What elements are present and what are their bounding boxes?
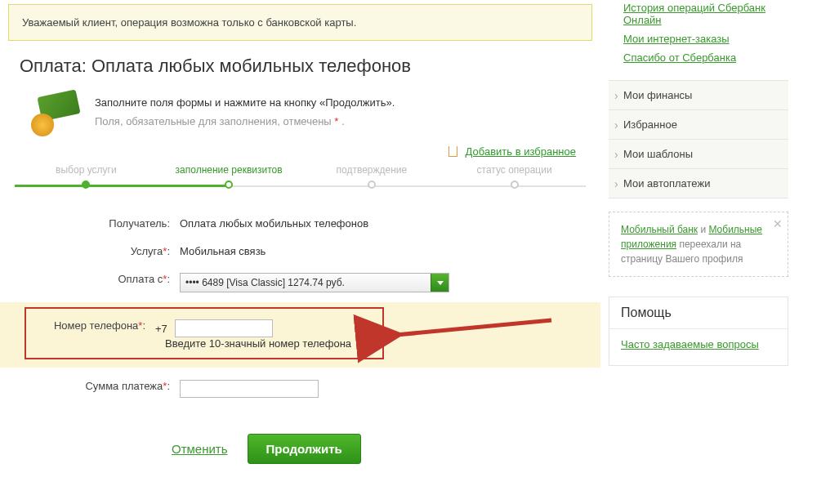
amount-input[interactable] (180, 380, 319, 398)
svg-line-0 (396, 320, 551, 335)
bookmark-icon (449, 146, 457, 157)
value-recipient: Оплата любых мобильных телефонов (180, 215, 592, 230)
phone-highlight-band: Номер телефона*: +7 Введите 10-значный н… (0, 302, 600, 368)
add-to-favorites-link[interactable]: Добавить в избранное (466, 145, 576, 158)
phone-prefix: +7 (155, 323, 167, 335)
cancel-button[interactable]: Отменить (172, 442, 228, 456)
alert-card-only: Уважаемый клиент, операция возможна толь… (8, 4, 592, 41)
label-phone: Номер телефона*: (34, 317, 155, 332)
sidebar-item-favorites[interactable]: Избранное (609, 110, 788, 140)
row-amount: Сумма платежа*: (25, 371, 592, 404)
continue-button[interactable]: Продолжить (248, 434, 361, 464)
payment-icon (31, 91, 80, 136)
sidebar-link-spasibo[interactable]: Спасибо от Сбербанка (623, 51, 788, 64)
value-service: Мобильная связь (180, 243, 592, 257)
step-select-service: выбор услуги (15, 164, 158, 189)
phone-hint: Введите 10-значный номер телефона (165, 337, 371, 350)
form-actions: Отменить Продолжить (172, 434, 592, 464)
step-confirm: подтверждение (301, 164, 444, 189)
instructions: Заполните поля формы и нажмите на кнопку… (31, 91, 592, 136)
help-widget: Помощь Часто задаваемые вопросы (609, 297, 788, 366)
label-amount: Сумма платежа*: (25, 377, 180, 392)
sidebar-item-autopay[interactable]: Мои автоплатежи (609, 169, 788, 198)
sidebar-notice: ✕ Мобильный банк и Мобильные приложения … (609, 212, 788, 277)
alert-text: Уважаемый клиент, операция возможна толь… (22, 16, 356, 29)
progress-steps: выбор услуги заполнение реквизитов подтв… (15, 164, 586, 189)
row-service: Услуга*: Мобильная связь (25, 236, 592, 264)
help-faq-link[interactable]: Часто задаваемые вопросы (621, 337, 776, 352)
sidebar-link-history[interactable]: История операций Сбербанк Онлайн (623, 2, 788, 26)
notice-link-mobile-bank[interactable]: Мобильный банк (621, 224, 698, 235)
phone-input[interactable] (175, 319, 273, 337)
sidebar-link-orders[interactable]: Мои интернет-заказы (623, 33, 788, 45)
instruction-line2: Поля, обязательные для заполнения, отмеч… (95, 112, 395, 131)
chevron-down-icon (431, 274, 449, 292)
pay-from-value: •••• 6489 [Visa Classic] 1274.74 руб. (185, 277, 345, 288)
close-icon[interactable]: ✕ (773, 216, 783, 233)
sidebar-item-templates[interactable]: Мои шаблоны (609, 140, 788, 169)
favorites-row: Добавить в избранное (8, 145, 576, 158)
sidebar-menu: Мои финансы Избранное Мои шаблоны Мои ав… (609, 80, 788, 198)
help-title: Помощь (609, 297, 788, 329)
phone-red-frame: Номер телефона*: +7 Введите 10-значный н… (25, 307, 384, 359)
instruction-line1: Заполните поля формы и нажмите на кнопку… (95, 93, 395, 112)
pay-from-select[interactable]: •••• 6489 [Visa Classic] 1274.74 руб. (180, 273, 449, 292)
page-title: Оплата: Оплата любых мобильных телефонов (20, 56, 592, 77)
sidebar-item-finances[interactable]: Мои финансы (609, 81, 788, 110)
sidebar-links: История операций Сбербанк Онлайн Мои инт… (609, 0, 788, 80)
step-fill-details: заполнение реквизитов (158, 164, 301, 189)
arrow-annotation (388, 320, 551, 347)
row-pay-from: Оплата с*: •••• 6489 [Visa Classic] 1274… (25, 264, 592, 299)
step-status: статус операции (443, 164, 586, 189)
row-recipient: Получатель: Оплата любых мобильных телеф… (25, 208, 592, 236)
label-service: Услуга*: (25, 243, 180, 257)
label-pay-from: Оплата с*: (25, 270, 180, 285)
label-recipient: Получатель: (25, 215, 180, 230)
